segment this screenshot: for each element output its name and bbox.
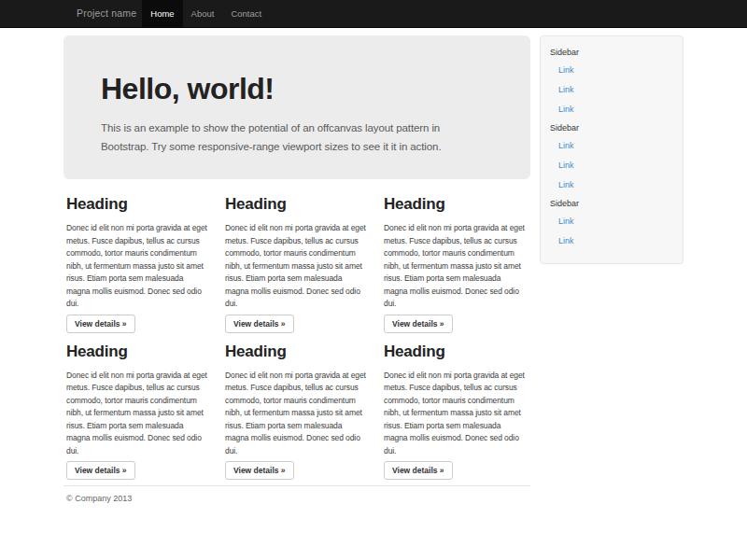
- sidebar-link[interactable]: Link: [550, 100, 673, 119]
- card-body: Donec id elit non mi porta gravida at eg…: [384, 370, 530, 458]
- card: Heading Donec id elit non mi porta gravi…: [222, 193, 372, 333]
- sidebar-column: Sidebar Link Link Link Sidebar Link Link…: [540, 28, 684, 264]
- page-title: Hello, world!: [101, 73, 493, 105]
- view-details-button[interactable]: View details »: [384, 315, 453, 333]
- jumbotron: Hello, world! This is an example to show…: [63, 35, 530, 179]
- card-heading: Heading: [384, 341, 530, 363]
- nav-item-contact[interactable]: Contact: [222, 0, 270, 27]
- view-details-button[interactable]: View details »: [384, 461, 453, 480]
- view-details-button[interactable]: View details »: [225, 461, 294, 480]
- card-body: Donec id elit non mi porta gravida at eg…: [384, 222, 530, 311]
- card-body: Donec id elit non mi porta gravida at eg…: [66, 222, 213, 311]
- sidebar-group-label: Sidebar: [550, 195, 673, 212]
- card: Heading Donec id elit non mi porta gravi…: [222, 341, 372, 481]
- card: Heading Donec id elit non mi porta gravi…: [381, 341, 530, 481]
- nav-list: Home About Contact: [142, 0, 270, 27]
- sidebar-link[interactable]: Link: [550, 156, 673, 175]
- sidebar-group: Sidebar Link Link Link: [550, 119, 673, 195]
- sidebar-link[interactable]: Link: [550, 80, 673, 100]
- card-body: Donec id elit non mi porta gravida at eg…: [225, 370, 372, 458]
- copyright-text: © Company 2013: [63, 494, 530, 503]
- view-details-button[interactable]: View details »: [225, 315, 294, 333]
- brand-link[interactable]: Project name: [63, 0, 142, 27]
- card-body: Donec id elit non mi porta gravida at eg…: [66, 370, 213, 458]
- sidebar-group-label: Sidebar: [550, 119, 673, 136]
- view-details-button[interactable]: View details »: [66, 461, 135, 480]
- card-heading: Heading: [66, 193, 213, 216]
- content-grid: Heading Donec id elit non mi porta gravi…: [63, 193, 530, 480]
- sidebar-group-label: Sidebar: [550, 44, 673, 61]
- main-column: Hello, world! This is an example to show…: [63, 28, 530, 503]
- jumbotron-subtitle: This is an example to show the potential…: [101, 119, 493, 156]
- nav-item-about[interactable]: About: [183, 0, 223, 27]
- sidebar-link[interactable]: Link: [550, 136, 673, 156]
- page-container: Hello, world! This is an example to show…: [63, 28, 684, 503]
- view-details-button[interactable]: View details »: [66, 315, 135, 333]
- card-heading: Heading: [225, 341, 372, 363]
- sidebar-link[interactable]: Link: [550, 212, 673, 231]
- sidebar-group: Sidebar Link Link: [550, 195, 673, 251]
- nav-item-home[interactable]: Home: [142, 0, 182, 27]
- card-heading: Heading: [384, 193, 530, 216]
- sidebar-link[interactable]: Link: [550, 231, 673, 251]
- sidebar: Sidebar Link Link Link Sidebar Link Link…: [540, 35, 684, 264]
- sidebar-link[interactable]: Link: [550, 175, 673, 195]
- navbar-inner: Project name Home About Contact: [63, 0, 684, 27]
- card: Heading Donec id elit non mi porta gravi…: [63, 193, 213, 333]
- card-body: Donec id elit non mi porta gravida at eg…: [225, 222, 372, 311]
- card-heading: Heading: [225, 193, 372, 216]
- sidebar-link[interactable]: Link: [550, 61, 673, 80]
- card-heading: Heading: [66, 341, 213, 363]
- footer-divider: [63, 485, 530, 486]
- sidebar-group: Sidebar Link Link Link: [550, 44, 673, 119]
- footer: © Company 2013: [63, 485, 530, 503]
- card: Heading Donec id elit non mi porta gravi…: [381, 193, 530, 333]
- card: Heading Donec id elit non mi porta gravi…: [63, 341, 213, 481]
- navbar: Project name Home About Contact: [0, 0, 747, 28]
